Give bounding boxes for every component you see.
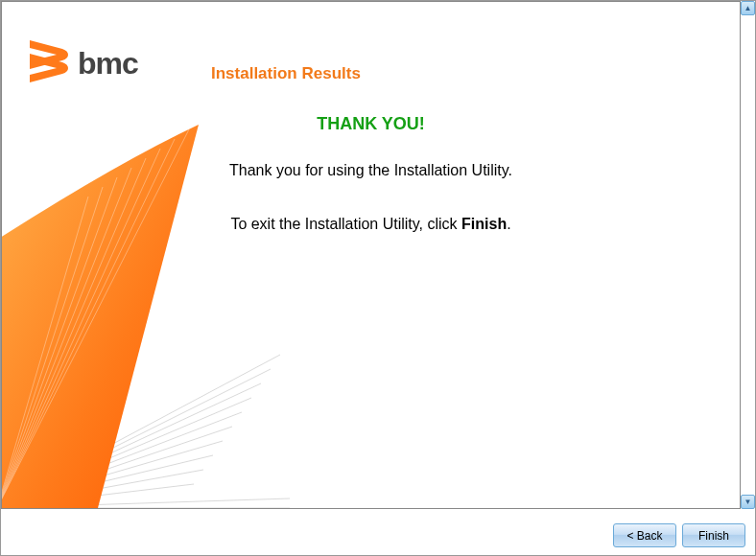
scrollbar[interactable]: ▲ ▼ <box>741 1 755 509</box>
svg-line-1 <box>2 369 271 508</box>
svg-line-6 <box>2 441 223 508</box>
thank-you-heading: THANK YOU! <box>2 114 740 134</box>
scroll-up-button[interactable]: ▲ <box>741 1 755 15</box>
bmc-logo-icon <box>24 38 72 88</box>
body-line-2-prefix: To exit the Installation Utility, click <box>230 216 461 232</box>
svg-line-4 <box>2 412 242 508</box>
body-line-2-suffix: . <box>507 216 510 232</box>
finish-button[interactable]: Finish <box>682 523 745 547</box>
svg-line-10 <box>2 498 290 508</box>
bmc-logo-text: bmc <box>78 46 138 81</box>
svg-line-2 <box>2 383 261 508</box>
body-line-2: To exit the Installation Utility, click … <box>2 216 740 233</box>
svg-line-7 <box>2 455 213 508</box>
svg-line-3 <box>2 398 251 508</box>
svg-line-8 <box>2 470 203 508</box>
body-line-1: Thank you for using the Installation Uti… <box>2 162 740 179</box>
triangle-up-icon: ▲ <box>744 4 752 12</box>
page-title: Installation Results <box>211 64 361 83</box>
button-bar: < Back Finish <box>613 523 745 547</box>
triangle-down-icon: ▼ <box>744 498 752 506</box>
svg-line-9 <box>2 484 194 508</box>
svg-line-5 <box>2 427 232 508</box>
bmc-logo: bmc <box>24 38 138 88</box>
body-line-2-bold: Finish <box>461 216 507 232</box>
background-art <box>2 29 290 508</box>
svg-line-0 <box>2 355 280 508</box>
scroll-down-button[interactable]: ▼ <box>741 495 755 509</box>
back-button[interactable]: < Back <box>613 523 676 547</box>
content-area: bmc Installation Results THANK YOU! Than… <box>1 1 741 509</box>
